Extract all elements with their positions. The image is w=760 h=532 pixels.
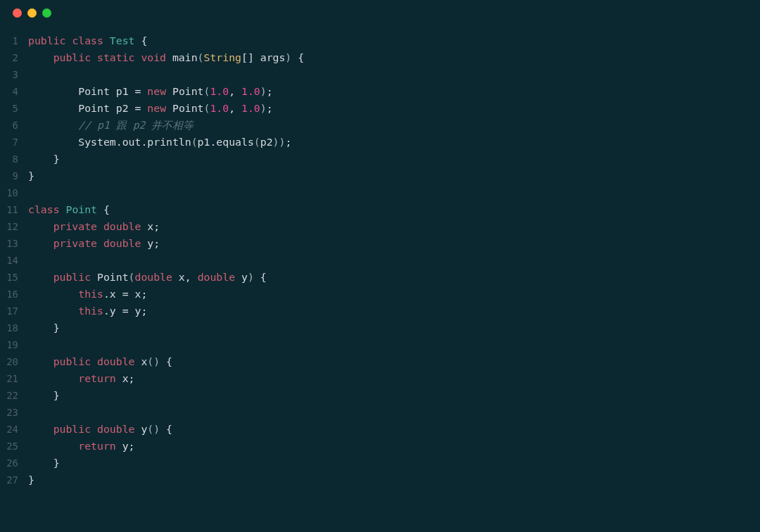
line-number: 17 bbox=[0, 303, 28, 319]
minimize-icon[interactable] bbox=[27, 8, 37, 18]
code-content[interactable]: } bbox=[28, 471, 760, 488]
code-content[interactable]: public static void main(String[] args) { bbox=[28, 49, 760, 66]
code-content[interactable]: public class Test { bbox=[28, 32, 760, 49]
line-number: 9 bbox=[0, 167, 28, 184]
line-number: 14 bbox=[0, 252, 28, 269]
line-number: 20 bbox=[0, 353, 28, 370]
code-line[interactable]: 15 public Point(double x, double y) { bbox=[0, 269, 760, 286]
line-number: 25 bbox=[0, 438, 28, 455]
code-line[interactable]: 17 this.y = y; bbox=[0, 303, 760, 319]
code-content[interactable]: return x; bbox=[28, 370, 760, 387]
code-line[interactable]: 10 bbox=[0, 184, 760, 201]
line-number: 11 bbox=[0, 201, 28, 218]
code-line[interactable]: 21 return x; bbox=[0, 370, 760, 387]
code-content[interactable]: } bbox=[28, 455, 760, 471]
line-number: 6 bbox=[0, 117, 28, 134]
line-number: 23 bbox=[0, 404, 28, 421]
code-line[interactable]: 4 Point p1 = new Point(1.0, 1.0); bbox=[0, 83, 760, 100]
code-content[interactable]: } bbox=[28, 319, 760, 336]
code-content[interactable]: public double x() { bbox=[28, 353, 760, 370]
line-number: 4 bbox=[0, 83, 28, 100]
line-number: 15 bbox=[0, 269, 28, 286]
close-icon[interactable] bbox=[13, 8, 22, 18]
code-line[interactable]: 8 } bbox=[0, 151, 760, 167]
code-line[interactable]: 20 public double x() { bbox=[0, 353, 760, 370]
code-line[interactable]: 23 bbox=[0, 404, 760, 421]
code-content[interactable]: class Point { bbox=[28, 201, 760, 218]
code-content[interactable]: System.out.println(p1.equals(p2)); bbox=[28, 134, 760, 151]
code-line[interactable]: 25 return y; bbox=[0, 438, 760, 455]
code-line[interactable]: 19 bbox=[0, 336, 760, 353]
code-line[interactable]: 22 } bbox=[0, 387, 760, 404]
code-line[interactable]: 14 bbox=[0, 252, 760, 269]
maximize-icon[interactable] bbox=[42, 8, 51, 18]
code-content[interactable]: private double x; bbox=[28, 218, 760, 235]
code-line[interactable]: 13 private double y; bbox=[0, 235, 760, 252]
line-number: 2 bbox=[0, 49, 28, 66]
code-content[interactable]: } bbox=[28, 151, 760, 167]
code-line[interactable]: 26 } bbox=[0, 455, 760, 471]
code-content[interactable]: this.y = y; bbox=[28, 303, 760, 319]
code-line[interactable]: 24 public double y() { bbox=[0, 421, 760, 438]
code-content[interactable]: } bbox=[28, 167, 760, 184]
code-line[interactable]: 7 System.out.println(p1.equals(p2)); bbox=[0, 134, 760, 151]
line-number: 10 bbox=[0, 184, 28, 201]
code-line[interactable]: 16 this.x = x; bbox=[0, 286, 760, 303]
code-line[interactable]: 6 // p1 跟 p2 并不相等 bbox=[0, 117, 760, 134]
code-editor[interactable]: 1public class Test {2 public static void… bbox=[0, 25, 760, 488]
line-number: 18 bbox=[0, 319, 28, 336]
code-content[interactable]: Point p1 = new Point(1.0, 1.0); bbox=[28, 83, 760, 100]
line-number: 1 bbox=[0, 32, 28, 49]
editor-window: 1public class Test {2 public static void… bbox=[0, 0, 760, 532]
code-line[interactable]: 3 bbox=[0, 66, 760, 83]
line-number: 8 bbox=[0, 151, 28, 167]
code-content[interactable]: Point p2 = new Point(1.0, 1.0); bbox=[28, 100, 760, 117]
code-line[interactable]: 9} bbox=[0, 167, 760, 184]
code-content[interactable]: public Point(double x, double y) { bbox=[28, 269, 760, 286]
code-line[interactable]: 11class Point { bbox=[0, 201, 760, 218]
code-content[interactable]: public double y() { bbox=[28, 421, 760, 438]
line-number: 5 bbox=[0, 100, 28, 117]
line-number: 21 bbox=[0, 370, 28, 387]
line-number: 27 bbox=[0, 471, 28, 488]
code-content[interactable]: // p1 跟 p2 并不相等 bbox=[28, 117, 760, 134]
title-bar bbox=[0, 0, 760, 25]
line-number: 13 bbox=[0, 235, 28, 252]
code-line[interactable]: 18 } bbox=[0, 319, 760, 336]
line-number: 7 bbox=[0, 134, 28, 151]
line-number: 19 bbox=[0, 336, 28, 353]
code-line[interactable]: 5 Point p2 = new Point(1.0, 1.0); bbox=[0, 100, 760, 117]
line-number: 24 bbox=[0, 421, 28, 438]
line-number: 12 bbox=[0, 218, 28, 235]
code-content[interactable]: } bbox=[28, 387, 760, 404]
line-number: 16 bbox=[0, 286, 28, 303]
code-content[interactable]: this.x = x; bbox=[28, 286, 760, 303]
code-line[interactable]: 12 private double x; bbox=[0, 218, 760, 235]
code-line[interactable]: 2 public static void main(String[] args)… bbox=[0, 49, 760, 66]
code-content[interactable]: private double y; bbox=[28, 235, 760, 252]
code-content[interactable]: return y; bbox=[28, 438, 760, 455]
code-line[interactable]: 1public class Test { bbox=[0, 32, 760, 49]
code-line[interactable]: 27} bbox=[0, 471, 760, 488]
line-number: 26 bbox=[0, 455, 28, 471]
line-number: 3 bbox=[0, 66, 28, 83]
line-number: 22 bbox=[0, 387, 28, 404]
